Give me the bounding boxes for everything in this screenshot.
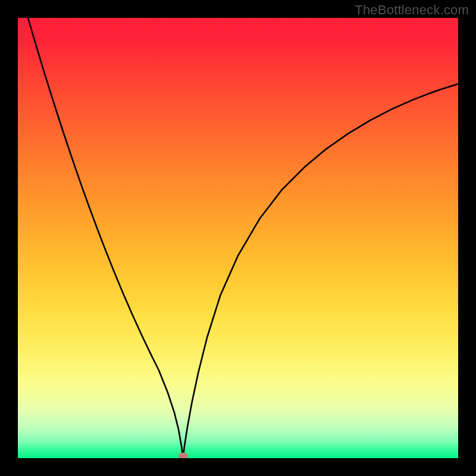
optimal-marker xyxy=(178,453,188,458)
bottleneck-curve xyxy=(18,18,458,458)
watermark-text: TheBottleneck.com xyxy=(355,2,469,18)
plot-area xyxy=(18,18,458,458)
chart-frame: TheBottleneck.com xyxy=(0,0,476,476)
